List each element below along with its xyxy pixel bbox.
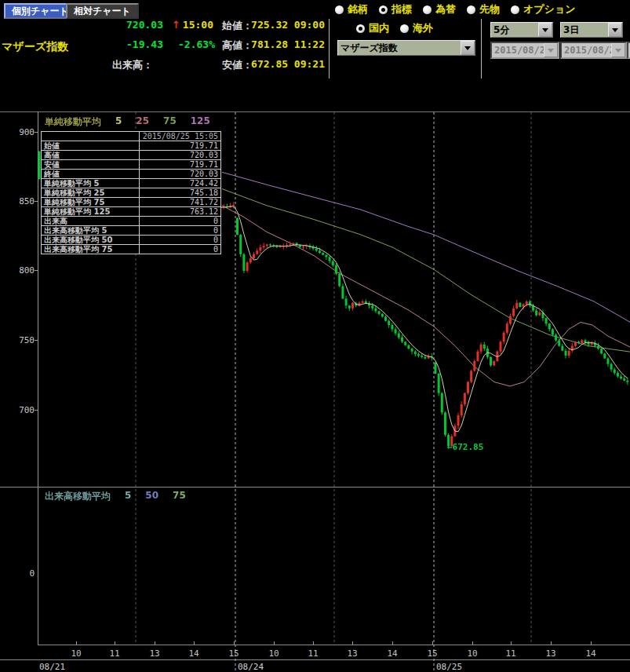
interval-select[interactable]: 5分 bbox=[490, 22, 553, 38]
radio-icon[interactable] bbox=[511, 5, 519, 14]
radio-icon[interactable] bbox=[400, 24, 409, 33]
last-time: 15:00 bbox=[182, 19, 213, 31]
stock-chart-app: 個別チャート 相対チャート マザーズ指数 720.03 ↑ 15:00 始値： … bbox=[0, 0, 630, 672]
interval-select-value: 5分 bbox=[491, 24, 538, 37]
tooltip-row-label: 単純移動平均 75 bbox=[42, 198, 140, 207]
header-separator bbox=[481, 19, 482, 79]
chevron-down-icon[interactable] bbox=[608, 23, 622, 37]
tooltip-row-label: 高値 bbox=[42, 151, 140, 160]
radio-label: 銘柄 bbox=[348, 2, 368, 16]
legend-item: 125 bbox=[191, 115, 210, 129]
low-label: 安値： bbox=[222, 58, 253, 72]
tooltip-row-value: 720.03 bbox=[140, 170, 221, 179]
radio-category-指標[interactable]: 指標 bbox=[379, 2, 412, 16]
region-radio-group: 国内海外 bbox=[356, 21, 433, 35]
radio-label: 国内 bbox=[369, 21, 389, 35]
radio-region-国内[interactable]: 国内 bbox=[356, 21, 389, 35]
header-separator bbox=[329, 19, 330, 79]
high-value: 781.28 11:22 bbox=[249, 38, 325, 50]
legend-item: 5 bbox=[125, 490, 131, 503]
radio-icon[interactable] bbox=[423, 5, 432, 14]
radio-category-為替[interactable]: 為替 bbox=[423, 2, 456, 16]
instrument-select-value: マザーズ指数 bbox=[338, 42, 461, 55]
tooltip-row-label: 安値 bbox=[42, 160, 140, 170]
span-select[interactable]: 3日 bbox=[560, 22, 623, 38]
tooltip-row-label: 出来高移動平均 5 bbox=[42, 226, 140, 236]
tooltip-row-value: 741.72 bbox=[140, 198, 221, 207]
radio-label: 指標 bbox=[391, 2, 412, 16]
chevron-down-icon bbox=[611, 43, 625, 57]
tooltip-row-value: 0 bbox=[140, 226, 221, 236]
chevron-down-icon[interactable] bbox=[538, 23, 552, 37]
radio-label: 先物 bbox=[479, 2, 500, 16]
chevron-down-icon bbox=[544, 43, 558, 57]
direction-arrow-icon: ↑ bbox=[172, 19, 180, 31]
span-select-value: 3日 bbox=[561, 24, 608, 37]
high-label: 高値： bbox=[222, 38, 253, 53]
legend-item: 75 bbox=[173, 490, 186, 503]
volume-label: 出来高： bbox=[112, 58, 153, 72]
date-to-select: 2015/08/25 bbox=[560, 42, 627, 59]
chevron-down-icon[interactable] bbox=[461, 41, 475, 55]
low-value: 672.85 09:21 bbox=[249, 58, 325, 70]
radio-icon[interactable] bbox=[467, 5, 475, 14]
tooltip-row-label: 出来高移動平均 50 bbox=[42, 236, 140, 245]
tooltip-row-value: 719.71 bbox=[140, 160, 221, 170]
open-value: 725.32 09:00 bbox=[249, 19, 325, 31]
last-price: 720.03 bbox=[100, 19, 163, 31]
date-select-clipped bbox=[627, 42, 630, 59]
legend-title: 出来高移動平均 bbox=[45, 490, 111, 503]
tooltip-row-value: 0 bbox=[140, 236, 221, 245]
date-to-value: 2015/08/25 bbox=[562, 45, 611, 56]
tooltip-row-value: 720.03 bbox=[140, 151, 221, 160]
radio-region-海外[interactable]: 海外 bbox=[400, 21, 433, 35]
tooltip-row-value: 0 bbox=[140, 217, 221, 226]
change-percent: -2.63% bbox=[174, 38, 215, 50]
radio-label: 為替 bbox=[435, 2, 456, 16]
tooltip-row-label: 出来高移動平均 75 bbox=[42, 245, 140, 254]
tooltip-row-value: 763.12 bbox=[140, 207, 221, 217]
price-ma-legend: 単純移動平均52575125 bbox=[45, 115, 210, 129]
change-value: -19.43 bbox=[100, 38, 163, 50]
tooltip-row-label: 単純移動平均 25 bbox=[42, 188, 140, 198]
open-label: 始値： bbox=[222, 19, 253, 33]
tooltip-row-value: 0 bbox=[140, 245, 221, 254]
tooltip-row-value: 719.71 bbox=[140, 141, 221, 151]
radio-label: オプション bbox=[523, 2, 576, 16]
tooltip-row-label: 終値 bbox=[42, 170, 140, 179]
tooltip-datetime: 2015/08/25 15:05 bbox=[140, 132, 221, 141]
category-radio-group: 銘柄指標為替先物オプション bbox=[335, 2, 576, 16]
radio-icon[interactable] bbox=[335, 5, 344, 14]
low-price-annotation: ←672.85 bbox=[447, 442, 483, 452]
date-from-value: 2015/08/23 bbox=[492, 45, 544, 56]
radio-icon[interactable] bbox=[356, 24, 365, 33]
legend-title: 単純移動平均 bbox=[45, 115, 101, 129]
date-from-select: 2015/08/23 bbox=[490, 42, 559, 59]
ohlc-tooltip: 2015/08/25 15:05 始値719.71高値720.03安値719.7… bbox=[41, 131, 221, 254]
legend-item: 75 bbox=[163, 115, 177, 129]
tooltip-row-label: 始値 bbox=[42, 141, 140, 151]
radio-icon[interactable] bbox=[379, 5, 388, 14]
instrument-select[interactable]: マザーズ指数 bbox=[337, 40, 475, 56]
legend-item: 50 bbox=[145, 490, 158, 503]
radio-category-銘柄[interactable]: 銘柄 bbox=[335, 2, 368, 16]
tooltip-row-label: 出来高 bbox=[42, 217, 140, 226]
radio-category-先物[interactable]: 先物 bbox=[467, 2, 500, 16]
tab-relative-chart[interactable]: 相対チャート bbox=[66, 3, 139, 19]
instrument-title: マザーズ指数 bbox=[2, 40, 68, 54]
tooltip-row-value: 724.42 bbox=[140, 179, 221, 188]
volume-ma-legend: 出来高移動平均55075 bbox=[45, 490, 186, 503]
radio-label: 海外 bbox=[413, 21, 433, 35]
tooltip-row-label: 単純移動平均 5 bbox=[42, 179, 140, 188]
tooltip-row-label: 単純移動平均 125 bbox=[42, 207, 140, 217]
tooltip-blank-cell bbox=[42, 132, 140, 141]
tooltip-row-value: 745.18 bbox=[140, 188, 221, 198]
legend-item: 5 bbox=[115, 115, 122, 129]
legend-item: 25 bbox=[136, 115, 149, 129]
radio-category-オプション[interactable]: オプション bbox=[511, 2, 576, 16]
